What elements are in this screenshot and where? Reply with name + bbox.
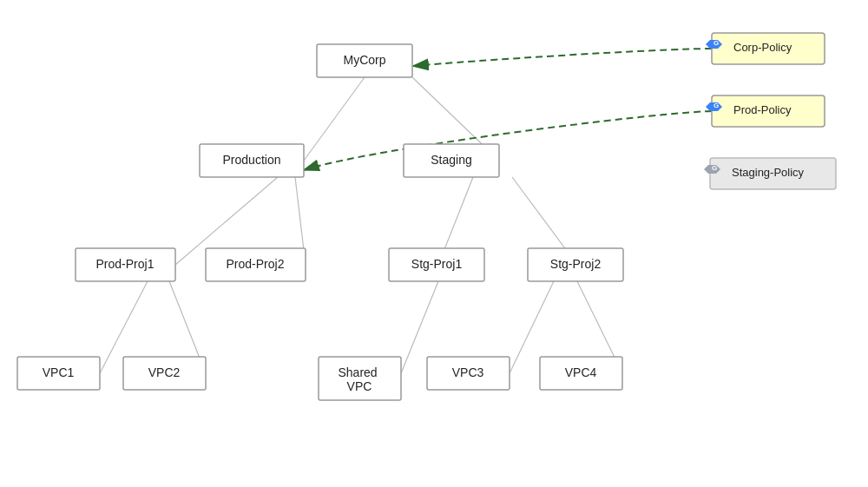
svg-text:G: G — [712, 164, 717, 172]
label-production: Production — [223, 153, 281, 167]
label-staging: Staging — [431, 153, 471, 167]
label-prod-proj1: Prod-Proj1 — [96, 257, 155, 271]
label-staging-policy: Staging-Policy — [732, 166, 805, 179]
svg-text:G: G — [713, 39, 719, 47]
label-vpc1: VPC1 — [43, 365, 75, 379]
label-vpc2: VPC2 — [148, 365, 181, 379]
label-vpc4: VPC4 — [565, 365, 597, 379]
label-prod-policy: Prod-Policy — [733, 103, 792, 116]
svg-text:G: G — [713, 102, 719, 109]
label-corp-policy: Corp-Policy — [733, 41, 792, 54]
label-mycorp: MyCorp — [343, 53, 385, 67]
label-prod-proj2: Prod-Proj2 — [227, 257, 285, 271]
label-stg-proj2: Stg-Proj2 — [550, 257, 602, 271]
line-mycorp-production — [304, 77, 365, 161]
arrow-corp-policy — [413, 49, 712, 66]
arrow-prod-policy — [304, 111, 712, 170]
diagram: MyCorp Production Staging Prod-Proj1 Pro… — [0, 0, 868, 487]
label-vpc3: VPC3 — [452, 365, 484, 379]
label-stg-proj1: Stg-Proj1 — [411, 257, 463, 271]
